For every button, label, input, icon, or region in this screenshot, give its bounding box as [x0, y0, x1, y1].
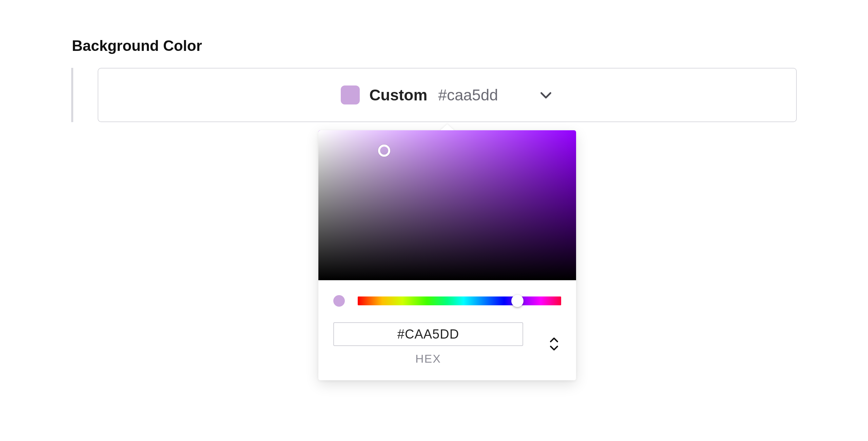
hex-column: HEX: [333, 322, 523, 365]
hex-row: HEX: [318, 307, 576, 380]
sv-black-layer: [318, 130, 576, 280]
chevron-up-icon: [549, 337, 559, 343]
color-select-value: #caa5dd: [438, 86, 498, 104]
saturation-value-panel[interactable]: [318, 130, 576, 280]
chevron-down-icon: [549, 345, 559, 351]
hue-slider[interactable]: [358, 296, 561, 305]
color-field-row: Custom #caa5dd: [71, 68, 797, 122]
color-select-label: Custom: [369, 86, 427, 104]
color-select-inner: Custom #caa5dd: [341, 85, 554, 104]
color-swatch: [341, 85, 360, 104]
hue-row: [318, 280, 576, 307]
color-select[interactable]: Custom #caa5dd: [98, 68, 797, 122]
hex-input[interactable]: [333, 322, 523, 346]
hue-slider-thumb[interactable]: [511, 295, 524, 307]
format-stepper[interactable]: [549, 337, 561, 351]
color-preview-swatch: [333, 295, 345, 307]
sv-cursor[interactable]: [378, 145, 390, 157]
chevron-down-icon: [538, 87, 554, 103]
format-label: HEX: [415, 352, 441, 365]
field-drag-handle[interactable]: [71, 68, 73, 122]
section-title: Background Color: [72, 37, 797, 54]
color-picker-popover: HEX: [318, 130, 576, 380]
